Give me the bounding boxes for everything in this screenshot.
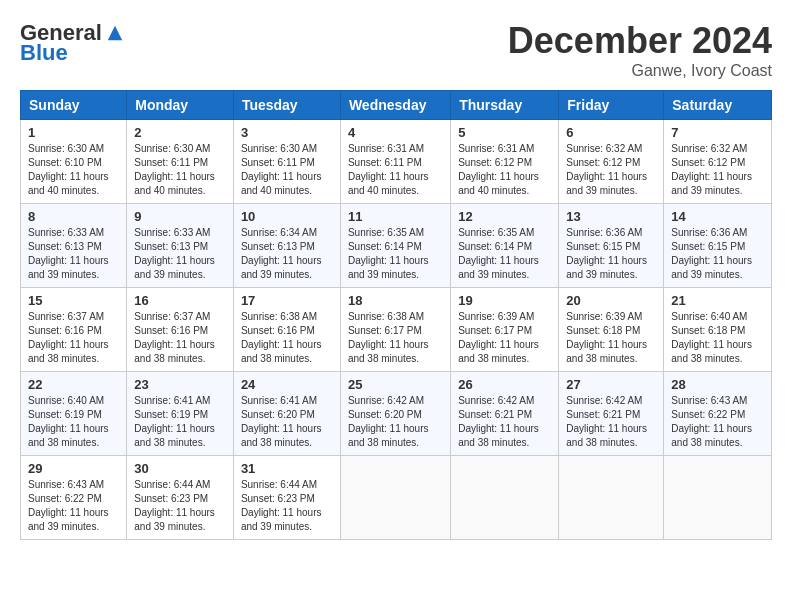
- day-number: 23: [134, 377, 226, 392]
- calendar-cell: 25 Sunrise: 6:42 AMSunset: 6:20 PMDaylig…: [340, 372, 450, 456]
- day-header-saturday: Saturday: [664, 91, 772, 120]
- day-info: Sunrise: 6:32 AMSunset: 6:12 PMDaylight:…: [671, 143, 752, 196]
- day-info: Sunrise: 6:33 AMSunset: 6:13 PMDaylight:…: [28, 227, 109, 280]
- calendar-cell: 29 Sunrise: 6:43 AMSunset: 6:22 PMDaylig…: [21, 456, 127, 540]
- day-number: 18: [348, 293, 443, 308]
- calendar-cell: 20 Sunrise: 6:39 AMSunset: 6:18 PMDaylig…: [559, 288, 664, 372]
- calendar-cell: 1 Sunrise: 6:30 AMSunset: 6:10 PMDayligh…: [21, 120, 127, 204]
- day-number: 24: [241, 377, 333, 392]
- day-number: 10: [241, 209, 333, 224]
- day-number: 21: [671, 293, 764, 308]
- calendar-cell: 6 Sunrise: 6:32 AMSunset: 6:12 PMDayligh…: [559, 120, 664, 204]
- calendar-cell: 23 Sunrise: 6:41 AMSunset: 6:19 PMDaylig…: [127, 372, 234, 456]
- calendar-cell: 2 Sunrise: 6:30 AMSunset: 6:11 PMDayligh…: [127, 120, 234, 204]
- calendar-cell: [559, 456, 664, 540]
- calendar-week-3: 15 Sunrise: 6:37 AMSunset: 6:16 PMDaylig…: [21, 288, 772, 372]
- day-info: Sunrise: 6:33 AMSunset: 6:13 PMDaylight:…: [134, 227, 215, 280]
- calendar-cell: 8 Sunrise: 6:33 AMSunset: 6:13 PMDayligh…: [21, 204, 127, 288]
- calendar-cell: 21 Sunrise: 6:40 AMSunset: 6:18 PMDaylig…: [664, 288, 772, 372]
- day-header-thursday: Thursday: [451, 91, 559, 120]
- calendar-cell: 10 Sunrise: 6:34 AMSunset: 6:13 PMDaylig…: [233, 204, 340, 288]
- day-info: Sunrise: 6:42 AMSunset: 6:21 PMDaylight:…: [566, 395, 647, 448]
- day-info: Sunrise: 6:36 AMSunset: 6:15 PMDaylight:…: [566, 227, 647, 280]
- day-number: 16: [134, 293, 226, 308]
- day-number: 8: [28, 209, 119, 224]
- calendar-cell: 24 Sunrise: 6:41 AMSunset: 6:20 PMDaylig…: [233, 372, 340, 456]
- day-number: 25: [348, 377, 443, 392]
- calendar-cell: 27 Sunrise: 6:42 AMSunset: 6:21 PMDaylig…: [559, 372, 664, 456]
- calendar-cell: [340, 456, 450, 540]
- day-info: Sunrise: 6:41 AMSunset: 6:19 PMDaylight:…: [134, 395, 215, 448]
- calendar-week-2: 8 Sunrise: 6:33 AMSunset: 6:13 PMDayligh…: [21, 204, 772, 288]
- calendar-cell: [451, 456, 559, 540]
- day-number: 4: [348, 125, 443, 140]
- svg-marker-0: [108, 26, 122, 40]
- day-number: 26: [458, 377, 551, 392]
- day-number: 12: [458, 209, 551, 224]
- day-number: 14: [671, 209, 764, 224]
- calendar-cell: 28 Sunrise: 6:43 AMSunset: 6:22 PMDaylig…: [664, 372, 772, 456]
- day-number: 7: [671, 125, 764, 140]
- calendar-cell: 16 Sunrise: 6:37 AMSunset: 6:16 PMDaylig…: [127, 288, 234, 372]
- day-header-monday: Monday: [127, 91, 234, 120]
- calendar-cell: 14 Sunrise: 6:36 AMSunset: 6:15 PMDaylig…: [664, 204, 772, 288]
- day-info: Sunrise: 6:42 AMSunset: 6:21 PMDaylight:…: [458, 395, 539, 448]
- page-header: General Blue December 2024 Ganwe, Ivory …: [20, 20, 772, 80]
- calendar-week-5: 29 Sunrise: 6:43 AMSunset: 6:22 PMDaylig…: [21, 456, 772, 540]
- day-info: Sunrise: 6:41 AMSunset: 6:20 PMDaylight:…: [241, 395, 322, 448]
- day-number: 3: [241, 125, 333, 140]
- logo-icon: [106, 24, 124, 42]
- calendar-cell: 26 Sunrise: 6:42 AMSunset: 6:21 PMDaylig…: [451, 372, 559, 456]
- calendar-cell: 4 Sunrise: 6:31 AMSunset: 6:11 PMDayligh…: [340, 120, 450, 204]
- day-header-friday: Friday: [559, 91, 664, 120]
- day-number: 13: [566, 209, 656, 224]
- day-number: 27: [566, 377, 656, 392]
- day-info: Sunrise: 6:37 AMSunset: 6:16 PMDaylight:…: [28, 311, 109, 364]
- day-info: Sunrise: 6:42 AMSunset: 6:20 PMDaylight:…: [348, 395, 429, 448]
- day-number: 30: [134, 461, 226, 476]
- location-subtitle: Ganwe, Ivory Coast: [508, 62, 772, 80]
- day-number: 29: [28, 461, 119, 476]
- day-number: 11: [348, 209, 443, 224]
- day-info: Sunrise: 6:39 AMSunset: 6:17 PMDaylight:…: [458, 311, 539, 364]
- day-header-tuesday: Tuesday: [233, 91, 340, 120]
- calendar-cell: 13 Sunrise: 6:36 AMSunset: 6:15 PMDaylig…: [559, 204, 664, 288]
- day-info: Sunrise: 6:38 AMSunset: 6:17 PMDaylight:…: [348, 311, 429, 364]
- day-number: 6: [566, 125, 656, 140]
- day-number: 20: [566, 293, 656, 308]
- calendar-cell: 12 Sunrise: 6:35 AMSunset: 6:14 PMDaylig…: [451, 204, 559, 288]
- day-info: Sunrise: 6:32 AMSunset: 6:12 PMDaylight:…: [566, 143, 647, 196]
- calendar-cell: 22 Sunrise: 6:40 AMSunset: 6:19 PMDaylig…: [21, 372, 127, 456]
- day-info: Sunrise: 6:43 AMSunset: 6:22 PMDaylight:…: [671, 395, 752, 448]
- day-number: 15: [28, 293, 119, 308]
- day-info: Sunrise: 6:35 AMSunset: 6:14 PMDaylight:…: [348, 227, 429, 280]
- calendar-cell: 31 Sunrise: 6:44 AMSunset: 6:23 PMDaylig…: [233, 456, 340, 540]
- day-info: Sunrise: 6:43 AMSunset: 6:22 PMDaylight:…: [28, 479, 109, 532]
- calendar-week-4: 22 Sunrise: 6:40 AMSunset: 6:19 PMDaylig…: [21, 372, 772, 456]
- calendar-cell: 15 Sunrise: 6:37 AMSunset: 6:16 PMDaylig…: [21, 288, 127, 372]
- day-number: 5: [458, 125, 551, 140]
- day-info: Sunrise: 6:35 AMSunset: 6:14 PMDaylight:…: [458, 227, 539, 280]
- day-info: Sunrise: 6:30 AMSunset: 6:11 PMDaylight:…: [241, 143, 322, 196]
- day-info: Sunrise: 6:31 AMSunset: 6:12 PMDaylight:…: [458, 143, 539, 196]
- calendar-table: SundayMondayTuesdayWednesdayThursdayFrid…: [20, 90, 772, 540]
- day-info: Sunrise: 6:44 AMSunset: 6:23 PMDaylight:…: [134, 479, 215, 532]
- day-number: 22: [28, 377, 119, 392]
- calendar-week-1: 1 Sunrise: 6:30 AMSunset: 6:10 PMDayligh…: [21, 120, 772, 204]
- calendar-cell: 17 Sunrise: 6:38 AMSunset: 6:16 PMDaylig…: [233, 288, 340, 372]
- day-header-sunday: Sunday: [21, 91, 127, 120]
- day-info: Sunrise: 6:31 AMSunset: 6:11 PMDaylight:…: [348, 143, 429, 196]
- day-info: Sunrise: 6:38 AMSunset: 6:16 PMDaylight:…: [241, 311, 322, 364]
- day-number: 2: [134, 125, 226, 140]
- day-info: Sunrise: 6:40 AMSunset: 6:19 PMDaylight:…: [28, 395, 109, 448]
- day-number: 1: [28, 125, 119, 140]
- month-title: December 2024: [508, 20, 772, 62]
- day-info: Sunrise: 6:40 AMSunset: 6:18 PMDaylight:…: [671, 311, 752, 364]
- day-number: 28: [671, 377, 764, 392]
- day-header-wednesday: Wednesday: [340, 91, 450, 120]
- logo-blue: Blue: [20, 40, 68, 66]
- day-number: 9: [134, 209, 226, 224]
- day-info: Sunrise: 6:30 AMSunset: 6:10 PMDaylight:…: [28, 143, 109, 196]
- day-number: 19: [458, 293, 551, 308]
- calendar-cell: 18 Sunrise: 6:38 AMSunset: 6:17 PMDaylig…: [340, 288, 450, 372]
